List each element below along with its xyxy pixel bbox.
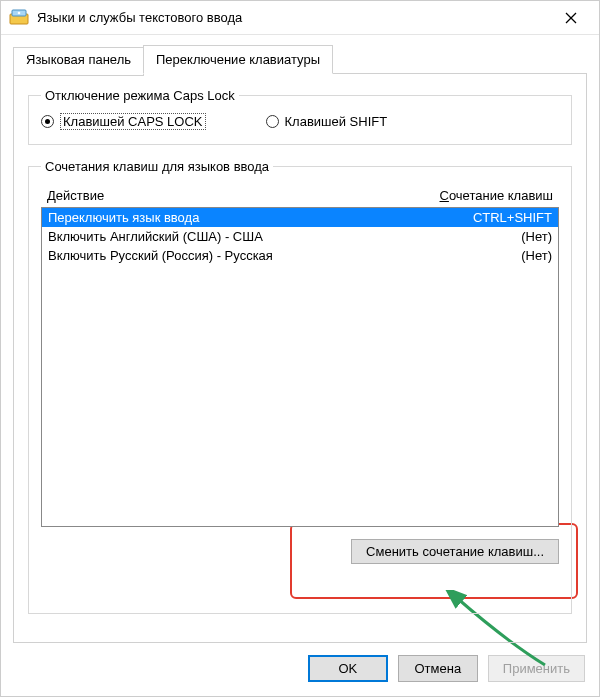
change-hotkey-button[interactable]: Сменить сочетание клавиш... <box>351 539 559 564</box>
window-title: Языки и службы текстового ввода <box>37 10 551 25</box>
header-action: Действие <box>47 188 393 203</box>
list-item[interactable]: Включить Английский (США) - США(Нет) <box>42 227 558 246</box>
capslock-group: Отключение режима Caps Lock Клавишей CAP… <box>28 88 572 145</box>
change-button-wrap: Сменить сочетание клавиш... <box>41 539 559 564</box>
apply-button[interactable]: Применить <box>488 655 585 682</box>
list-item-key: (Нет) <box>412 248 552 263</box>
hotkeys-list[interactable]: Переключить язык вводаCTRL+SHIFTВключить… <box>41 207 559 527</box>
app-icon <box>9 8 29 28</box>
radio-icon <box>41 115 54 128</box>
capslock-radio-row: Клавишей CAPS LOCK Клавишей SHIFT <box>41 113 559 130</box>
hotkeys-legend: Сочетания клавиш для языков ввода <box>41 159 273 174</box>
hotkeys-group: Сочетания клавиш для языков ввода Действ… <box>28 159 572 614</box>
content-area: Языковая панель Переключение клавиатуры … <box>1 35 599 643</box>
tab-label: Языковая панель <box>26 52 131 67</box>
tab-panel: Отключение режима Caps Lock Клавишей CAP… <box>13 73 587 643</box>
list-item-key: CTRL+SHIFT <box>412 210 552 225</box>
ok-button[interactable]: OK <box>308 655 388 682</box>
svg-point-2 <box>18 11 21 14</box>
list-item[interactable]: Включить Русский (Россия) - Русская(Нет) <box>42 246 558 265</box>
radio-shift[interactable]: Клавишей SHIFT <box>266 114 388 129</box>
radio-label: Клавишей CAPS LOCK <box>60 113 206 130</box>
list-item-action: Включить Русский (Россия) - Русская <box>48 248 412 263</box>
list-item[interactable]: Переключить язык вводаCTRL+SHIFT <box>42 208 558 227</box>
tab-row: Языковая панель Переключение клавиатуры <box>13 45 587 74</box>
radio-label: Клавишей SHIFT <box>285 114 388 129</box>
tab-language-bar[interactable]: Языковая панель <box>13 47 144 76</box>
list-item-action: Переключить язык ввода <box>48 210 412 225</box>
capslock-legend: Отключение режима Caps Lock <box>41 88 239 103</box>
titlebar: Языки и службы текстового ввода <box>1 1 599 35</box>
tab-keyboard-switch[interactable]: Переключение клавиатуры <box>143 45 333 74</box>
list-item-action: Включить Английский (США) - США <box>48 229 412 244</box>
radio-capslock[interactable]: Клавишей CAPS LOCK <box>41 113 206 130</box>
tab-label: Переключение клавиатуры <box>156 52 320 67</box>
dialog-window: Языки и службы текстового ввода Языковая… <box>0 0 600 697</box>
header-key: Сочетание клавиш <box>393 188 553 203</box>
list-item-key: (Нет) <box>412 229 552 244</box>
dialog-footer: OK Отмена Применить <box>1 643 599 696</box>
close-button[interactable] <box>551 4 591 32</box>
radio-icon <box>266 115 279 128</box>
cancel-button[interactable]: Отмена <box>398 655 478 682</box>
list-header: Действие Сочетание клавиш <box>41 184 559 207</box>
